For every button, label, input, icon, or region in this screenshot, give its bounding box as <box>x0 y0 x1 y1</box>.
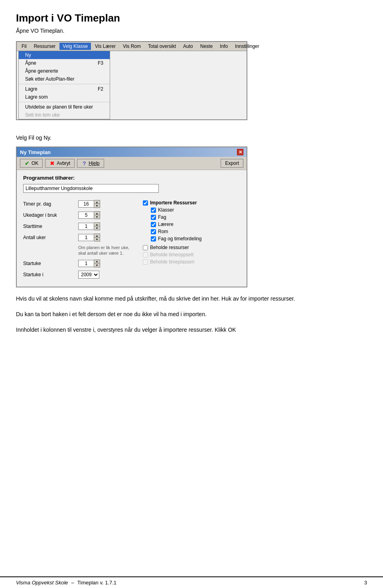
dialog-close-button[interactable]: ✕ <box>237 149 243 155</box>
klasser-checkbox[interactable] <box>151 208 156 213</box>
antall-uker-row: Antall uker ▲ ▼ <box>23 234 135 242</box>
help-icon: ? <box>81 160 87 166</box>
menu-velg-klasse[interactable]: Velg Klasse <box>59 43 91 50</box>
ok-label: OK <box>32 160 38 166</box>
year-select[interactable]: 2009 2010 2011 <box>78 271 99 279</box>
ukedager-input[interactable]: ▲ ▼ <box>78 211 100 219</box>
starttime-field[interactable] <box>78 223 94 230</box>
page-footer: Visma Oppvekst Skole – Timeplan v. 1.7.1… <box>0 576 383 588</box>
ukedager-field[interactable] <box>78 212 94 219</box>
cancel-button[interactable]: ✖ Avbryt <box>45 159 75 168</box>
dialog-title: Ny Timeplan <box>20 149 51 155</box>
starttime-down[interactable]: ▼ <box>94 226 100 230</box>
rom-checkbox[interactable] <box>151 229 156 234</box>
footer-product: Timeplan v. 1.7.1 <box>77 580 116 586</box>
laerere-checkbox[interactable] <box>151 222 156 227</box>
timer-pr-dag-row: Timer pr. dag ▲ ▼ <box>23 200 135 208</box>
startuke-up[interactable]: ▲ <box>94 260 100 263</box>
menu-ressurser[interactable]: Ressurser <box>31 43 59 50</box>
dialog-titlebar: Ny Timeplan ✕ <box>17 147 247 157</box>
fag-item: Fag <box>151 214 240 220</box>
export-label: Export <box>225 160 239 166</box>
fag-checkbox[interactable] <box>151 215 156 220</box>
rom-label: Rom <box>158 229 168 234</box>
dropdown-lagre-som[interactable]: Lagre som <box>19 93 110 101</box>
timer-pr-dag-input[interactable]: ▲ ▼ <box>78 200 100 208</box>
ukedager-spinner: ▲ ▼ <box>94 211 100 219</box>
importere-ressurser-group: Importere Ressurser Klasser Fag Lærere <box>143 200 240 242</box>
beholde-ressurser-label: Beholde ressurser <box>150 245 189 250</box>
dropdown-apne-genererte[interactable]: Åpne genererte <box>19 67 110 75</box>
fag-timefordeling-item: Fag og timefordeling <box>151 236 240 242</box>
antall-uker-down[interactable]: ▼ <box>94 238 100 241</box>
footer-separator: – <box>71 580 74 586</box>
beholde-timeplasseri-item: Beholde timeplasseri <box>143 259 240 265</box>
starttime-input[interactable]: ▲ ▼ <box>78 222 100 230</box>
export-button[interactable]: Export <box>221 159 243 168</box>
antall-uker-note: Om planen er lik hver uke, skal antall u… <box>78 245 135 256</box>
fag-label: Fag <box>158 214 166 220</box>
menu-vis-laerer[interactable]: Vis Lærer <box>92 43 119 50</box>
ukedager-up[interactable]: ▲ <box>94 212 100 215</box>
dropdown-sok[interactable]: Søk etter AutoPlan-filer <box>19 75 110 83</box>
timer-pr-dag-down[interactable]: ▼ <box>94 204 100 208</box>
beholde-ressurser-checkbox[interactable] <box>143 245 148 250</box>
ukedager-row: Ukedager i bruk ▲ ▼ <box>23 211 135 219</box>
footer-page-number: 3 <box>364 580 367 586</box>
help-button[interactable]: ? Hjelp <box>77 159 104 168</box>
menu-innstillinger[interactable]: Innstillinger <box>232 43 263 50</box>
dropdown-lagre[interactable]: Lagre F2 <box>19 85 110 93</box>
rom-item: Rom <box>151 229 240 234</box>
timer-pr-dag-field[interactable] <box>78 200 94 208</box>
ok-icon: ✔ <box>24 160 30 166</box>
antall-uker-input[interactable]: ▲ ▼ <box>78 234 100 242</box>
startuke-down[interactable]: ▼ <box>94 263 100 267</box>
startuke-input[interactable]: ▲ ▼ <box>78 259 100 267</box>
file-dropdown: Ny Åpne F3 Åpne genererte Søk etter Auto… <box>18 51 110 119</box>
ukedager-down[interactable]: ▼ <box>94 215 100 219</box>
startuke-row: Startuke ▲ ▼ <box>23 259 135 267</box>
starttime-up[interactable]: ▲ <box>94 223 100 226</box>
beholde-timeoppsett-label: Beholde timeoppsett <box>150 252 193 257</box>
school-name-input[interactable] <box>23 184 159 193</box>
menu-vis-rom[interactable]: Vis Rom <box>120 43 144 50</box>
antall-uker-spinner: ▲ ▼ <box>94 234 100 242</box>
menu-neste[interactable]: Neste <box>197 43 216 50</box>
dropdown-utvidelse[interactable]: Utvidelse av planen til flere uker <box>19 103 110 111</box>
starttime-spinner: ▲ ▼ <box>94 222 100 230</box>
menu-fil[interactable]: Fil <box>18 43 30 50</box>
startuke-field[interactable] <box>78 260 94 267</box>
body-text-2: Du kan ta bort haken i et felt dersom de… <box>16 310 367 319</box>
page-title: Import i VO Timeplan <box>16 12 367 24</box>
klasser-label: Klasser <box>158 207 174 213</box>
timer-pr-dag-label: Timer pr. dag <box>23 201 75 207</box>
beholde-timeplasseri-checkbox <box>143 259 148 265</box>
field-group-label: Programmet tilhører: <box>23 175 240 181</box>
beholde-ressurser-item: Beholde ressurser <box>143 245 240 250</box>
fag-timefordeling-label: Fag og timefordeling <box>158 236 201 242</box>
footer-left: Visma Oppvekst Skole – Timeplan v. 1.7.1 <box>16 580 116 586</box>
body-text-1: Hvis du vil at skolens navn skal komme m… <box>16 295 367 303</box>
menu-info[interactable]: Info <box>217 43 231 50</box>
menu-total-oversikt[interactable]: Total oversikt <box>145 43 179 50</box>
antall-uker-up[interactable]: ▲ <box>94 234 100 238</box>
step1-text: Åpne VO Timeplan. <box>16 28 367 34</box>
dropdown-apne[interactable]: Åpne F3 <box>19 59 110 67</box>
importere-ressurser-checkbox[interactable] <box>143 200 148 206</box>
help-label: Hjelp <box>89 160 99 166</box>
importere-ressurser-label: Importere Ressurser <box>150 200 197 206</box>
dialog-toolbar: ✔ OK ✖ Avbryt ? Hjelp Export <box>17 157 247 170</box>
beholde-ressurser-group: Beholde ressurser Beholde timeoppsett Be… <box>143 245 240 265</box>
dropdown-ny[interactable]: Ny <box>19 51 110 59</box>
antall-uker-field[interactable] <box>78 234 94 241</box>
timer-pr-dag-up[interactable]: ▲ <box>94 200 100 204</box>
fag-timefordeling-checkbox[interactable] <box>151 236 156 242</box>
starttime-label: Starttime <box>23 224 75 229</box>
app-screenshot-menubar: Fil Ressurser Velg Klasse Vis Lærer Vis … <box>16 41 247 120</box>
dialog-content: Programmet tilhører: Timer pr. dag ▲ ▼ <box>17 170 247 287</box>
menu-auto[interactable]: Auto <box>180 43 196 50</box>
beholde-timeoppsett-item: Beholde timeoppsett <box>143 252 240 257</box>
ok-button[interactable]: ✔ OK <box>20 159 43 168</box>
right-column: Importere Ressurser Klasser Fag Lærere <box>143 200 240 282</box>
app-menubar: Fil Ressurser Velg Klasse Vis Lærer Vis … <box>17 42 247 51</box>
